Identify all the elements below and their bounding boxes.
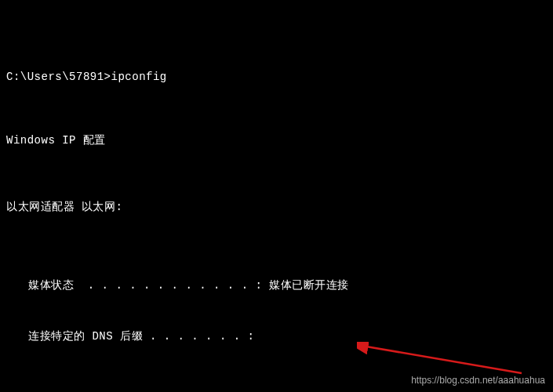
command-prompt-line: C:\Users\57891>ipconfig (6, 69, 547, 85)
field-label: 连接特定的 DNS 后缀 . . . . . . . : (28, 330, 254, 343)
adapter-title-ethernet: 以太网适配器 以太网: (6, 199, 547, 216)
field-value: 媒体已断开连接 (262, 279, 348, 292)
watermark-text: https://blog.csdn.net/aaahuahua (411, 373, 545, 387)
ipconfig-header: Windows IP 配置 (6, 132, 547, 149)
field-row: 连接特定的 DNS 后缀 . . . . . . . : (6, 328, 547, 345)
field-row: 媒体状态 . . . . . . . . . . . . : 媒体已断开连接 (6, 278, 547, 294)
field-label: 媒体状态 . . . . . . . . . . . . : (28, 279, 262, 292)
